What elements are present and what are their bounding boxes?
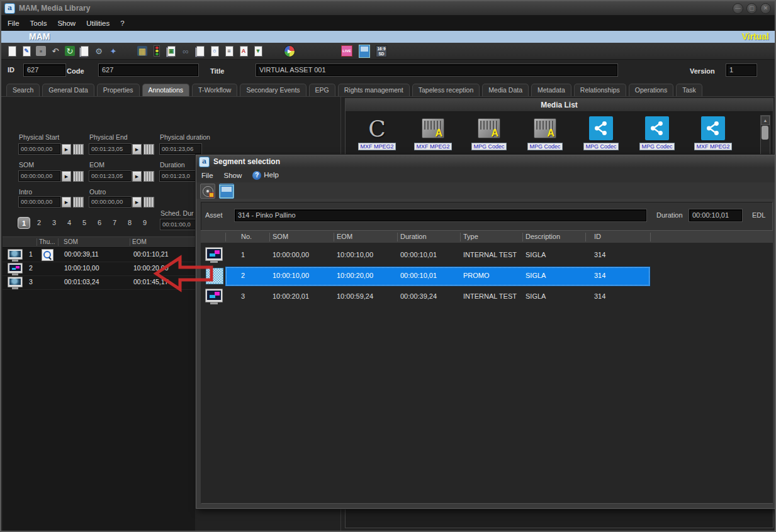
tab-rights-management[interactable]: Rights management [338,84,410,96]
minimize-button[interactable]: — [733,3,743,14]
segment-row-2[interactable]: 210:00:10,0010:00:20,0000:00:10,01PROMOS… [201,266,773,287]
edit-document-icon[interactable]: ✎ [21,45,32,57]
dialog-menu-file[interactable]: File [201,172,220,179]
eom-input[interactable]: 00:01:23,05 [89,171,131,181]
close-button[interactable]: ✕ [760,3,771,14]
outro-play-button[interactable]: ▶ [132,197,142,208]
asset-input[interactable]: 314 - Pinko Pallino [235,209,646,221]
cell-type: INTERNAL TEST [463,251,517,258]
segment-page-8[interactable]: 8 [123,217,136,229]
tab-media-data[interactable]: Media Data [482,84,529,96]
spellcheck-icon[interactable]: A [238,45,249,57]
annotation-row-2[interactable]: 210:00:10,0010:00:20,00 [3,262,195,276]
segment-page-5[interactable]: 5 [78,217,91,229]
segment-row-1[interactable]: 110:00:00,0010:00:10,0000:00:10,01INTERN… [201,245,773,266]
id-input[interactable]: 627 [24,64,65,76]
intro-input[interactable]: 00:00:00,00 [19,197,60,207]
video-monitor-icon[interactable] [359,45,370,57]
som-input[interactable]: 00:00:00,00 [19,171,60,181]
media-item-6[interactable]: MPG Codec [629,115,685,153]
tab-general-data[interactable]: General Data [42,84,94,96]
binoculars-icon[interactable]: ∞ [180,45,191,57]
mam-logo-icon: a [4,3,15,14]
preview-document-icon[interactable]: ○ [209,45,220,57]
tab-search[interactable]: Search [6,84,40,96]
save-icon[interactable]: ▪ [35,45,47,57]
tab-secondary-events[interactable]: Secondary Events [240,84,306,96]
maximize-button[interactable]: ▢ [746,3,757,14]
scroll-thumb[interactable] [762,126,768,140]
copy-icon[interactable] [79,45,90,57]
code-input[interactable]: 627 [99,64,198,76]
tab-task[interactable]: Task [676,84,702,96]
media-item-4[interactable]: AMPG Codec [517,115,573,153]
tab-epg[interactable]: EPG [309,84,335,96]
eom-play-button[interactable]: ▶ [132,171,142,182]
physical-start-play-button[interactable]: ▶ [62,144,71,155]
tab-relationships[interactable]: Relationships [574,84,626,96]
menu-file[interactable]: File [8,19,26,27]
media-item-3[interactable]: AMPG Codec [461,115,517,153]
tab-operations[interactable]: Operations [629,84,673,96]
tab-metadata[interactable]: Metadata [531,84,571,96]
monitor-preview-button[interactable] [219,184,234,199]
physical-end-film-icon[interactable] [143,144,154,155]
segment-row-3[interactable]: 310:00:20,0110:00:59,2400:00:39,24INTERN… [201,287,773,308]
segment-page-6[interactable]: 6 [93,217,106,229]
media-player-icon[interactable]: ▶ [284,45,295,57]
segment-page-9[interactable]: 9 [138,217,151,229]
som-film-icon[interactable] [73,171,84,182]
dialog-menu-label: File [201,172,213,179]
eom-film-icon[interactable] [143,171,154,182]
dialog-menu-help[interactable]: ?Help [252,171,286,180]
dialog-title: Segment selection [213,157,280,166]
scroll-up-icon[interactable]: ▲ [761,116,770,125]
menu-utilities[interactable]: Utilities [86,19,116,27]
export-document-icon[interactable]: ▼ [252,45,264,57]
physical-duration-input[interactable]: 00:01:23,06 [160,144,201,154]
tab-annotations[interactable]: Annotations [142,84,189,96]
annotation-row-1[interactable]: 100:00:39,1100:01:10,21 [3,248,195,262]
film-settings-icon[interactable]: ⚙ [93,45,104,57]
segment-page-3[interactable]: 3 [48,217,60,229]
physical-start-film-icon[interactable] [73,144,84,155]
document-properties-icon[interactable]: ≡ [223,45,235,57]
menu-show[interactable]: Show [57,19,82,27]
physical-end-play-button[interactable]: ▶ [132,144,142,155]
tab-tapeless-reception[interactable]: Tapeless reception [412,84,480,96]
title-input[interactable]: VIRTUAL ASSET 001 [256,64,617,76]
segment-page-1[interactable]: 1 [18,217,30,229]
menu-[interactable]: ? [120,19,131,27]
paint-annotate-icon[interactable]: ✦ [108,45,119,57]
menu-tools[interactable]: Tools [30,19,54,27]
new-document-icon[interactable] [6,45,18,57]
live-icon[interactable]: LIVE [341,45,352,57]
cell-id: 314 [594,292,605,300]
physical-end-input[interactable]: 00:01:23,05 [89,144,131,154]
annotation-row-3[interactable]: 300:01:03,2400:01:45,17 [3,275,195,290]
intro-film-icon[interactable] [73,197,84,208]
som-play-button[interactable]: ▶ [62,171,71,182]
film-reel-button[interactable] [200,184,215,199]
dialog-menu-show[interactable]: Show [224,172,249,179]
duration-input[interactable]: 00:00:10,01 [689,209,742,221]
media-export-icon[interactable]: ▦ [137,45,148,57]
tab-t-workflow[interactable]: T-Workflow [192,84,237,96]
physical-start-input[interactable]: 00:00:00,00 [19,144,60,154]
segment-page-7[interactable]: 7 [108,217,121,229]
aspect-ratio-icon[interactable]: 16:9SD [376,45,387,57]
segment-page-4[interactable]: 4 [63,217,76,229]
intro-play-button[interactable]: ▶ [62,197,71,208]
segment-selection-dialog: a Segment selection FileShow?Help Asset … [195,154,776,509]
version-input[interactable]: 1 [726,64,756,76]
cascade-windows-icon[interactable] [194,45,206,57]
copy-media-icon[interactable]: ▣ [166,45,177,57]
tab-properties[interactable]: Properties [97,84,140,96]
traffic-status-icon[interactable] [151,45,162,57]
segment-page-2[interactable]: 2 [33,217,45,229]
outro-film-icon[interactable] [143,197,154,208]
refresh-icon[interactable]: ↻ [64,45,76,57]
outro-input[interactable]: 00:00:00,00 [89,197,131,207]
undo-icon[interactable]: ↶ [50,45,61,57]
media-item-5[interactable]: MPG Codec [573,115,629,153]
